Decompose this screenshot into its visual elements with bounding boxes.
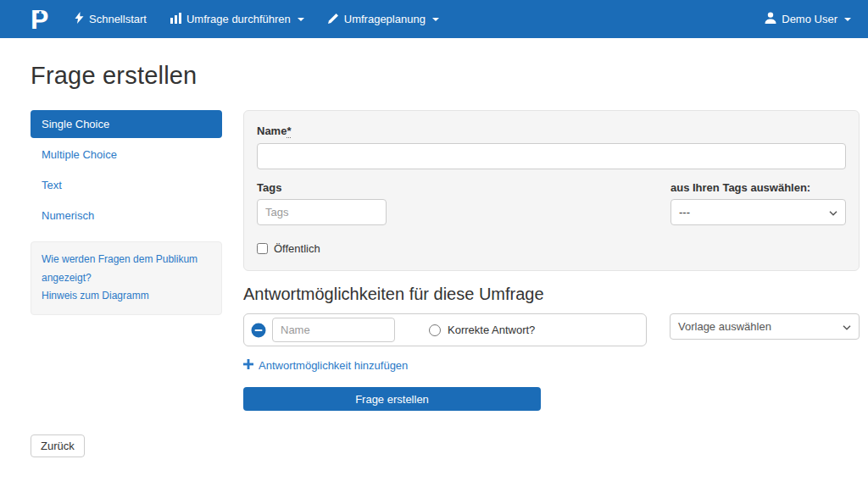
- tags-label: Tags: [257, 181, 387, 194]
- user-name: Demo User: [782, 13, 837, 25]
- add-answer-option-link[interactable]: Antwortmöglichkeit hinzufügen: [243, 359, 860, 372]
- top-navbar: P Schnellstart Umfrage durchführen Umfra…: [0, 0, 868, 38]
- nav-item-label: Schnellstart: [89, 13, 147, 25]
- logo-dot: [39, 16, 42, 19]
- logo-dot: [39, 11, 42, 14]
- nav-item-umfrageplanung[interactable]: Umfrageplanung: [328, 13, 439, 26]
- nav-item-label: Umfrageplanung: [344, 13, 426, 25]
- minus-circle-icon[interactable]: [251, 323, 266, 338]
- chevron-down-icon: [432, 18, 439, 21]
- template-select[interactable]: Vorlage auswählen: [670, 313, 860, 340]
- logo-letter: P: [31, 4, 48, 35]
- help-link-diagram-hint[interactable]: Hinweis zum Diagramm: [42, 290, 149, 302]
- tags-input[interactable]: [257, 199, 387, 225]
- chevron-down-icon: [829, 206, 837, 219]
- correct-answer-radio[interactable]: [429, 324, 441, 336]
- nav-item-label: Umfrage durchführen: [186, 13, 291, 25]
- nav-item-schnellstart[interactable]: Schnellstart: [75, 12, 147, 26]
- sidebar-item-text[interactable]: Text: [31, 171, 222, 199]
- template-select-value: Vorlage auswählen: [678, 320, 771, 333]
- correct-answer-label: Korrekte Antwort?: [448, 324, 535, 336]
- tags-select-value: ---: [679, 206, 690, 219]
- public-label: Öffentlich: [274, 242, 320, 255]
- sidebar-item-single-choice[interactable]: Single Choice: [31, 110, 222, 138]
- tags-field-group: Tags: [257, 181, 387, 225]
- chevron-down-icon: [298, 18, 304, 21]
- tags-select-label: aus Ihren Tags auswählen:: [670, 181, 846, 194]
- back-button[interactable]: Zurück: [31, 434, 85, 457]
- create-question-button[interactable]: Frage erstellen: [243, 387, 541, 411]
- help-box: Wie werden Fragen dem Publikum angezeigt…: [31, 241, 222, 315]
- question-type-sidebar: Single Choice Multiple Choice Text Numer…: [31, 110, 222, 315]
- pencil-icon: [328, 13, 339, 26]
- nav-item-umfrage-durchfuehren[interactable]: Umfrage durchführen: [170, 13, 304, 26]
- plus-icon: [243, 359, 253, 372]
- lightning-icon: [75, 12, 84, 26]
- bar-chart-icon: [170, 13, 181, 26]
- page-title: Frage erstellen: [31, 62, 860, 90]
- help-link-audience-display[interactable]: Wie werden Fragen dem Publikum angezeigt…: [42, 253, 198, 284]
- question-form: Name* Tags aus Ihren Tags auswählen: ---: [243, 110, 860, 411]
- answer-name-input[interactable]: [272, 318, 395, 342]
- tags-select-group: aus Ihren Tags auswählen: ---: [670, 181, 846, 225]
- sidebar-item-multiple-choice[interactable]: Multiple Choice: [31, 141, 222, 169]
- add-answer-option-label: Antwortmöglichkeit hinzufügen: [259, 359, 408, 372]
- app-logo[interactable]: P: [31, 3, 53, 36]
- user-icon: [765, 12, 776, 26]
- sidebar-item-numerisch[interactable]: Numerisch: [31, 202, 222, 230]
- page-content: Frage erstellen Single Choice Multiple C…: [0, 38, 868, 411]
- chevron-down-icon: [844, 18, 851, 21]
- question-name-input[interactable]: [257, 143, 846, 169]
- chevron-down-icon: [843, 320, 851, 333]
- public-checkbox[interactable]: [257, 243, 268, 254]
- tags-select[interactable]: ---: [670, 199, 846, 225]
- required-marker: *: [287, 125, 291, 138]
- user-menu[interactable]: Demo User: [765, 12, 851, 26]
- name-label: Name: [257, 125, 287, 137]
- question-details-panel: Name* Tags aus Ihren Tags auswählen: ---: [243, 110, 860, 271]
- answer-option-row: Korrekte Antwort?: [243, 313, 647, 346]
- answers-section-title: Antwortmöglichkeiten für diese Umfrage: [243, 285, 860, 304]
